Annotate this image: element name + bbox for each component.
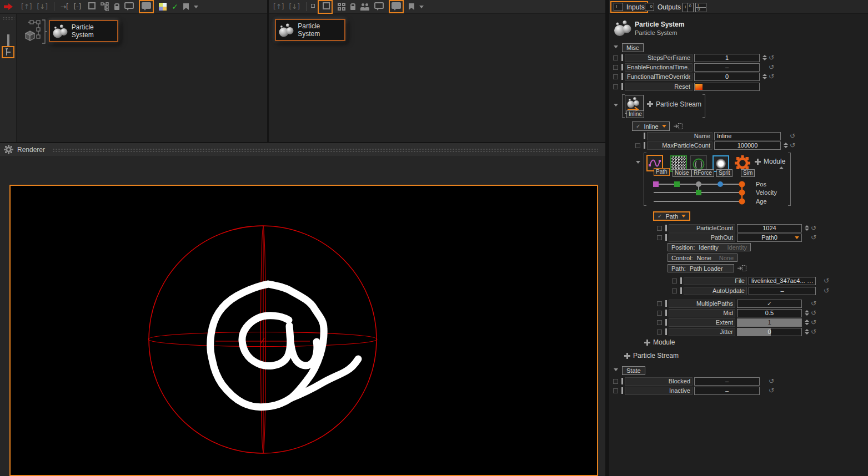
connector-icon[interactable] — [737, 265, 747, 272]
state-section-header[interactable]: State — [622, 366, 645, 375]
particle-system-node[interactable]: Particle System — [275, 19, 345, 41]
sidebar-layers-icon[interactable] — [5, 36, 9, 45]
merge-icon[interactable]: [-] — [74, 3, 82, 10]
particle-track-graph[interactable] — [653, 180, 748, 205]
stepsperframe-field[interactable]: 1 — [694, 54, 760, 62]
module-label-sprit[interactable]: Sprit — [716, 169, 732, 177]
duplicate-layers-icon[interactable] — [88, 2, 96, 9]
renderer-header[interactable]: Renderer — [0, 143, 605, 156]
reset-icon[interactable]: ↺ — [769, 64, 774, 70]
dropdown-caret-icon[interactable] — [194, 6, 198, 8]
reset-field[interactable] — [694, 83, 760, 91]
connector-icon[interactable] — [674, 123, 683, 130]
lock-icon[interactable] — [114, 6, 119, 10]
particle-system-node[interactable]: Particle System — [49, 20, 118, 42]
reset-trigger-button[interactable] — [695, 84, 703, 90]
misc-section-header[interactable]: Misc — [622, 43, 644, 52]
row-checkbox[interactable] — [657, 301, 662, 306]
row-checkbox[interactable] — [613, 74, 618, 79]
row-checkbox[interactable] — [657, 235, 662, 240]
bookmark-flag-icon[interactable] — [409, 3, 414, 10]
state-collapse-caret[interactable] — [614, 368, 618, 371]
add-stream-plus-icon[interactable] — [647, 101, 653, 107]
spinner[interactable] — [783, 143, 788, 148]
module-label-sim[interactable]: Sim — [741, 169, 755, 177]
export-icon[interactable]: [↓] — [37, 3, 47, 10]
row-checkbox[interactable] — [613, 65, 618, 70]
lock-icon[interactable] — [350, 6, 355, 10]
modules-scroll-up-caret[interactable] — [779, 166, 784, 169]
path-dropdown[interactable]: ✓ Path — [653, 211, 690, 221]
maxparticlecount-field[interactable]: 100000 — [714, 141, 781, 150]
add-particle-stream-label[interactable]: Particle Stream — [633, 352, 679, 359]
tab-outputs[interactable]: 0 Outputs — [643, 2, 683, 12]
reset-icon[interactable]: ↺ — [811, 234, 816, 241]
add-particle-stream-plus-icon[interactable] — [624, 353, 630, 359]
row-checkbox[interactable] — [672, 278, 677, 283]
inline-dropdown[interactable]: ✓ Inline — [632, 121, 670, 131]
row-checkbox[interactable] — [657, 320, 662, 325]
insert-into-icon[interactable]: →[ — [61, 3, 69, 10]
functionaltimeoverride-field[interactable]: 0 — [694, 73, 760, 81]
module-label-path[interactable]: Path — [654, 168, 670, 176]
reset-icon[interactable]: ↺ — [811, 319, 816, 326]
module-label-noise[interactable]: Noise — [673, 169, 691, 177]
spinner[interactable] — [804, 329, 809, 335]
io-stacked-icon[interactable]: I0 — [695, 3, 706, 12]
reset-icon[interactable]: ↺ — [769, 387, 774, 394]
particlecount-field[interactable]: 1024 — [737, 224, 802, 232]
row-checkbox[interactable] — [672, 288, 677, 293]
enablefunctionaltime-field[interactable]: – — [694, 63, 760, 72]
row-checkbox[interactable] — [613, 84, 618, 89]
control-link-button[interactable]: Control: None None — [668, 254, 737, 262]
color-palette-icon[interactable] — [159, 3, 167, 11]
row-checkbox[interactable] — [613, 379, 618, 384]
blocked-field[interactable]: – — [694, 377, 760, 386]
row-checkbox[interactable] — [613, 55, 618, 60]
red-forward-arrow-icon[interactable] — [3, 3, 14, 11]
reset-icon[interactable]: ↺ — [811, 300, 816, 307]
spinner[interactable] — [762, 74, 767, 79]
file-field[interactable]: livelinked_347ac4... ... — [749, 277, 816, 285]
export-icon[interactable]: [↓] — [289, 3, 299, 10]
spinner[interactable] — [804, 320, 809, 325]
pathout-dropdown-field[interactable]: Path0 — [737, 234, 802, 242]
reset-icon[interactable]: ↺ — [790, 142, 795, 149]
check-icon[interactable]: ✓ — [172, 2, 178, 11]
spinner[interactable] — [762, 55, 767, 60]
stream-collapse-caret[interactable] — [614, 104, 618, 107]
import-icon[interactable]: [↑] — [273, 3, 284, 10]
multiplepaths-checkbox-field[interactable]: ✓ — [737, 300, 802, 308]
name-field[interactable]: Inline — [714, 132, 781, 140]
dropdown-caret-icon[interactable] — [419, 6, 424, 8]
mid-field[interactable]: 0.5 — [737, 309, 802, 317]
comment-icon[interactable] — [374, 2, 384, 9]
comment-icon[interactable] — [124, 2, 134, 9]
spinner[interactable] — [804, 310, 809, 316]
inactive-field[interactable]: – — [694, 387, 760, 395]
reset-icon[interactable]: ↺ — [811, 328, 816, 335]
row-checkbox[interactable] — [613, 388, 618, 393]
spinner[interactable] — [804, 225, 809, 231]
collaborators-icon[interactable] — [360, 3, 369, 11]
grid-view-icon[interactable] — [338, 3, 345, 11]
modules-collapse-caret[interactable] — [636, 161, 640, 164]
row-checkbox[interactable] — [657, 226, 662, 231]
reset-icon[interactable]: ↺ — [811, 310, 816, 316]
comment-filled-highlight[interactable] — [139, 0, 154, 13]
reset-icon[interactable]: ↺ — [790, 133, 795, 139]
reset-icon[interactable]: ↺ — [824, 277, 829, 284]
reset-icon[interactable]: ↺ — [769, 73, 774, 80]
hierarchy-tree-icon[interactable] — [101, 2, 109, 11]
row-checkbox[interactable] — [635, 143, 640, 148]
module-label-rforce[interactable]: RForce — [691, 169, 714, 177]
position-link-button[interactable]: Position: Identity Identity — [668, 243, 751, 251]
reset-icon[interactable]: ↺ — [769, 54, 774, 61]
autoupdate-field[interactable]: – — [749, 287, 816, 295]
path-loader-link-button[interactable]: Path: Path Loader — [668, 264, 734, 272]
browse-button[interactable]: ... — [807, 278, 814, 284]
row-checkbox[interactable] — [657, 311, 662, 316]
sidebar-branch-toggle-highlight[interactable] — [2, 46, 14, 58]
bookmark-flag-icon[interactable] — [183, 3, 189, 10]
jitter-slider-field[interactable]: 0 — [737, 328, 802, 336]
